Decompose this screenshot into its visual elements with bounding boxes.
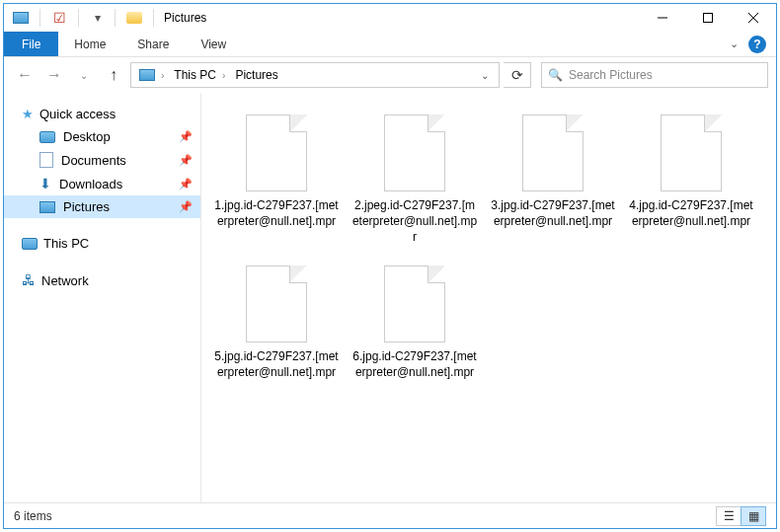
file-item[interactable]: 3.jpg.id-C279F237.[meterpreter@null.net]… (488, 107, 618, 246)
crumb-pictures[interactable]: Pictures (231, 68, 281, 82)
file-icon (376, 107, 453, 191)
monitor-icon (22, 238, 38, 250)
refresh-button[interactable]: ⟳ (504, 62, 531, 88)
close-button[interactable] (731, 4, 776, 32)
pin-icon: 📌 (179, 178, 193, 190)
help-button[interactable]: ? (748, 36, 766, 53)
explorer-window: ☑ ▾ Pictures File Home Share View ⌄ ? ← … (3, 3, 777, 529)
sidebar-item-downloads[interactable]: ⬇Downloads 📌 (4, 172, 200, 195)
recent-dropdown-icon[interactable]: ⌄ (71, 62, 97, 88)
file-icon (238, 258, 315, 342)
up-button[interactable]: ↑ (101, 62, 126, 88)
sidebar-this-pc[interactable]: This PC (4, 232, 200, 255)
navigation-pane: ★ Quick access Desktop 📌 Documents 📌 ⬇Do… (4, 93, 201, 502)
view-details-button[interactable]: ☰ (716, 506, 741, 526)
separator (39, 9, 40, 27)
qat-pictures-icon[interactable] (10, 7, 32, 29)
file-name: 6.jpg.id-C279F237.[meterpreter@null.net]… (351, 348, 478, 380)
file-tab[interactable]: File (4, 32, 58, 56)
sidebar-item-label: This PC (43, 236, 89, 251)
crumb-label: This PC (174, 68, 216, 82)
network-icon: 🖧 (22, 272, 36, 288)
file-pane[interactable]: 1.jpg.id-C279F237.[meterpreter@null.net]… (201, 93, 776, 502)
tab-share[interactable]: Share (121, 32, 185, 56)
separator (153, 9, 154, 27)
sidebar-quick-access[interactable]: ★ Quick access (4, 103, 200, 125)
sidebar-item-documents[interactable]: Documents 📌 (4, 148, 200, 172)
address-dropdown-icon[interactable]: ⌄ (475, 70, 495, 81)
downloads-icon: ⬇ (39, 176, 51, 191)
file-name: 2.jpeg.id-C279F237.[meterpreter@null.net… (351, 197, 478, 246)
sidebar-item-label: Documents (61, 153, 126, 168)
view-icons-button[interactable]: ▦ (741, 506, 766, 526)
back-button[interactable]: ← (12, 62, 38, 88)
file-name: 1.jpg.id-C279F237.[meterpreter@null.net]… (213, 197, 340, 229)
svg-rect-1 (704, 13, 713, 22)
forward-button[interactable]: → (41, 62, 67, 88)
ribbon-expand-icon[interactable]: ⌄ (730, 38, 739, 50)
crumb-label: Pictures (235, 68, 277, 82)
file-icon (376, 258, 453, 342)
maximize-button[interactable] (685, 4, 731, 32)
sidebar-network[interactable]: 🖧 Network (4, 268, 200, 292)
tab-view[interactable]: View (185, 32, 242, 56)
file-name: 5.jpg.id-C279F237.[meterpreter@null.net]… (213, 348, 340, 380)
file-icon (653, 107, 730, 191)
tab-home[interactable]: Home (58, 32, 121, 56)
search-placeholder: Search Pictures (569, 68, 653, 82)
sidebar-item-label: Downloads (59, 177, 122, 191)
file-item[interactable]: 1.jpg.id-C279F237.[meterpreter@null.net]… (211, 107, 342, 246)
star-icon: ★ (22, 107, 34, 121)
ribbon-bar: File Home Share View ⌄ ? (4, 32, 776, 57)
file-name: 3.jpg.id-C279F237.[meterpreter@null.net]… (490, 197, 616, 229)
sidebar-item-label: Network (41, 273, 89, 288)
sidebar-item-label: Pictures (63, 199, 110, 214)
qat-dropdown-icon[interactable]: ▾ (87, 7, 109, 29)
body: ★ Quick access Desktop 📌 Documents 📌 ⬇Do… (4, 93, 776, 502)
address-bar[interactable]: › This PC› Pictures ⌄ (130, 62, 500, 88)
file-item[interactable]: 5.jpg.id-C279F237.[meterpreter@null.net]… (211, 258, 342, 380)
search-icon: 🔍 (548, 68, 563, 82)
desktop-icon (39, 131, 55, 143)
address-row: ← → ⌄ ↑ › This PC› Pictures ⌄ ⟳ 🔍 Search… (4, 57, 776, 93)
pictures-icon (39, 201, 55, 213)
separator (115, 9, 116, 27)
window-title: Pictures (164, 11, 206, 25)
documents-icon (39, 152, 53, 168)
file-icon (238, 107, 315, 191)
crumb-pc-icon[interactable]: › (135, 69, 170, 81)
status-text: 6 items (14, 509, 52, 523)
sidebar-item-label: Quick access (39, 107, 116, 121)
minimize-button[interactable] (640, 4, 685, 32)
file-item[interactable]: 4.jpg.id-C279F237.[meterpreter@null.net]… (626, 107, 756, 246)
file-item[interactable]: 2.jpeg.id-C279F237.[meterpreter@null.net… (350, 107, 480, 246)
search-input[interactable]: 🔍 Search Pictures (541, 62, 768, 88)
pin-icon: 📌 (179, 200, 193, 213)
pin-icon: 📌 (179, 130, 193, 143)
titlebar: ☑ ▾ Pictures (4, 4, 776, 32)
folder-icon (125, 9, 143, 27)
sidebar-item-pictures[interactable]: Pictures 📌 (4, 195, 200, 218)
sidebar-item-label: Desktop (63, 129, 111, 144)
qat-properties-icon[interactable]: ☑ (48, 7, 70, 29)
sidebar-item-desktop[interactable]: Desktop 📌 (4, 125, 200, 148)
crumb-this-pc[interactable]: This PC› (170, 68, 231, 82)
file-name: 4.jpg.id-C279F237.[meterpreter@null.net]… (628, 197, 754, 229)
status-bar: 6 items ☰ ▦ (4, 502, 776, 528)
file-item[interactable]: 6.jpg.id-C279F237.[meterpreter@null.net]… (350, 258, 480, 380)
pin-icon: 📌 (179, 154, 193, 167)
file-icon (514, 107, 591, 191)
separator (78, 9, 79, 27)
